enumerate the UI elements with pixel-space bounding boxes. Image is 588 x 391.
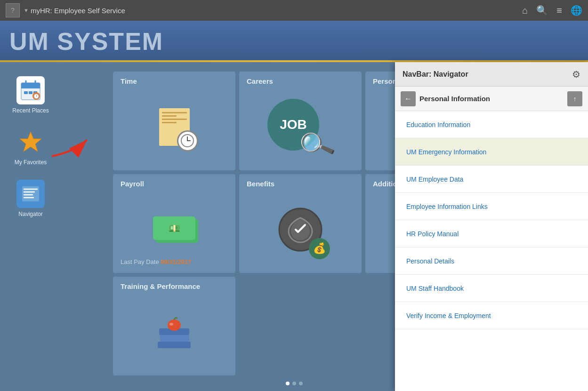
nav-item-employee-data[interactable]: UM Employee Data (395, 166, 588, 193)
navigator-label: Navigator (18, 211, 42, 217)
brand-text: UM SYSTEM (9, 27, 163, 56)
navbar-panel: NavBar: Navigator ⚙ ← Personal Informati… (395, 62, 588, 391)
navbar-gear-icon[interactable]: ⚙ (572, 69, 580, 80)
svg-marker-10 (20, 132, 41, 152)
navbar-header-title: NavBar: Navigator (403, 70, 468, 79)
tile-training-content (121, 294, 228, 370)
pagination-dot-2[interactable] (292, 382, 296, 385)
nav-item-staff-handbook-label: UM Staff Handbook (406, 285, 464, 292)
nav-item-education[interactable]: Education Information (395, 111, 588, 138)
doc-line-1 (162, 112, 187, 113)
nav-item-emergency[interactable]: UM Emergency Information (395, 138, 588, 166)
svg-rect-6 (29, 91, 32, 94)
nav-item-education-label: Education Information (406, 121, 470, 128)
tile-time-content (121, 89, 228, 165)
nav-item-verify-income-label: Verify Income & Employment (406, 312, 491, 319)
paper-doc (159, 108, 190, 146)
main-area: 🕐 Recent Places My Favorites (0, 62, 588, 391)
pay-info: Last Pay Date 08/31/2017 (121, 258, 191, 265)
search-icon[interactable]: 🔍 (536, 5, 548, 16)
tile-benefits-title: Benefits (247, 180, 274, 188)
pagination-dot-1[interactable] (286, 382, 290, 385)
tile-careers-content: JOB 🔍 (247, 89, 354, 165)
nav-item-emp-info-links-label: Employee Information Links (406, 203, 488, 210)
sidebar-icons: 🕐 Recent Places My Favorites (0, 62, 61, 391)
nav-section-header: ← Personal Information ↑ (395, 87, 588, 111)
favorites-label: My Favorites (15, 159, 47, 166)
pin-icon: ↑ (573, 95, 577, 103)
nav-back-button[interactable]: ← (401, 91, 416, 106)
sidebar-item-favorites[interactable]: My Favorites (5, 123, 56, 170)
tile-time-title: Time (121, 77, 137, 85)
sidebar-item-recent[interactable]: 🕐 Recent Places (5, 72, 56, 119)
app-icon: ? (6, 3, 20, 17)
topbar-right: ⌂ 🔍 ≡ 🌐 (522, 5, 582, 16)
recent-places-icon: 🕐 (16, 76, 45, 104)
tile-careers[interactable]: Careers JOB 🔍 (239, 72, 362, 170)
pagination (286, 382, 303, 385)
svg-text:🕐: 🕐 (33, 93, 40, 99)
pagination-dot-3[interactable] (299, 382, 303, 385)
svg-rect-22 (160, 335, 189, 342)
time-visual (159, 108, 190, 146)
tile-payroll[interactable]: Payroll 💵 Last Pay Date 08/31/2017 (113, 174, 235, 273)
nav-item-hr-policy-label: HR Policy Manual (406, 230, 459, 238)
nav-item-personal-details[interactable]: Personal Details (395, 247, 588, 275)
recent-places-label: Recent Places (12, 107, 48, 114)
dropdown-arrow[interactable]: ▼ (24, 8, 29, 13)
topbar-left: ? ▼ myHR: Employee Self Service (6, 3, 125, 17)
job-text: JOB (280, 117, 307, 132)
nav-section-title: Personal Information (419, 95, 564, 103)
topbar-title: ▼ myHR: Employee Self Service (24, 7, 125, 15)
doc-line-4 (162, 122, 177, 123)
nav-item-staff-handbook[interactable]: UM Staff Handbook (395, 275, 588, 302)
menu-icon[interactable]: ≡ (556, 5, 562, 16)
svg-rect-2 (21, 87, 40, 88)
svg-rect-5 (24, 91, 28, 94)
clock-circle (177, 130, 198, 152)
sidebar-item-navigator[interactable]: Navigator (5, 175, 56, 222)
tile-time[interactable]: Time (113, 72, 235, 170)
svg-point-24 (168, 319, 181, 331)
nav-pin-button[interactable]: ↑ (567, 91, 582, 106)
doc-line-2 (162, 115, 177, 117)
home-icon[interactable]: ⌂ (522, 5, 528, 16)
page-title: myHR: Employee Self Service (31, 7, 125, 15)
back-icon: ← (404, 95, 412, 103)
last-pay-date: 08/31/2017 (161, 258, 191, 265)
nav-items-list: Education Information UM Emergency Infor… (395, 111, 588, 391)
money-symbol: 💵 (169, 223, 180, 234)
svg-point-25 (169, 323, 173, 326)
tile-careers-title: Careers (247, 77, 273, 85)
doc-line-3 (162, 119, 187, 120)
nav-item-verify-income[interactable]: Verify Income & Employment (395, 302, 588, 329)
nav-item-emp-info-links[interactable]: Employee Information Links (395, 193, 588, 220)
tile-payroll-title: Payroll (121, 180, 144, 188)
brandbar: UM SYSTEM (0, 21, 588, 62)
nav-item-emergency-label: UM Emergency Information (406, 148, 486, 156)
tile-benefits[interactable]: Benefits 💰 (239, 174, 362, 273)
last-pay-label: Last Pay Date (121, 258, 159, 265)
nav-item-employee-data-label: UM Employee Data (406, 176, 463, 183)
nav-item-hr-policy[interactable]: HR Policy Manual (395, 220, 588, 247)
topbar: ? ▼ myHR: Employee Self Service ⌂ 🔍 ≡ 🌐 (0, 0, 588, 21)
tile-benefits-content: 💰 (247, 192, 354, 267)
globe-icon[interactable]: 🌐 (571, 5, 582, 16)
tile-training-title: Training & Performance (121, 282, 200, 290)
tile-payroll-content: 💵 (121, 192, 228, 267)
navbar-header: NavBar: Navigator ⚙ (395, 62, 588, 87)
nav-item-personal-details-label: Personal Details (406, 257, 454, 265)
navigator-icon (16, 180, 45, 208)
favorites-icon (16, 128, 45, 156)
svg-rect-21 (158, 342, 191, 348)
tile-training[interactable]: Training & Performance (113, 277, 235, 375)
